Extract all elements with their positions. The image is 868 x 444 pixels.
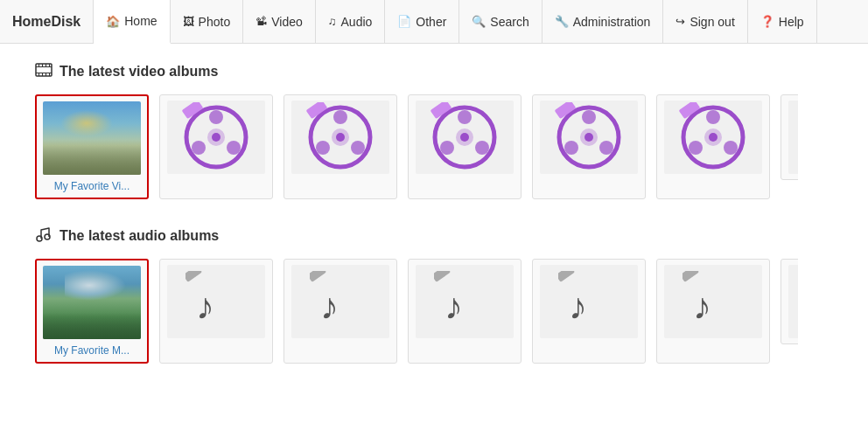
svg-rect-48 [186,271,202,282]
nav-audio[interactable]: ♫ Audio [316,0,386,43]
video-thumb-first [43,101,141,175]
brand-logo: HomeDisk [0,0,94,43]
main-content: The latest video albums My Favorite Vi..… [0,44,868,407]
note-thumb: ♪ [664,265,762,338]
svg-text:♪: ♪ [569,286,587,327]
audio-album-card[interactable]: ♪ [284,259,397,364]
svg-rect-50 [310,271,326,282]
video-album-card[interactable] [656,94,770,199]
audio-album-card[interactable]: ♪ [408,259,522,364]
svg-point-34 [584,133,593,142]
svg-point-27 [460,133,469,142]
music-icon [35,225,52,246]
svg-point-43 [724,141,738,155]
nav-other[interactable]: 📄 Other [385,0,459,43]
photo-icon: 🖼 [183,15,194,28]
svg-rect-7 [38,73,39,76]
svg-point-42 [706,110,720,124]
video-album-card[interactable]: My Favorite Vi... [35,94,149,199]
note-thumb: ♪ [416,265,514,338]
svg-rect-3 [38,64,39,66]
help-icon: ❓ [760,15,774,28]
video-album-card[interactable] [159,94,273,199]
audio-album-card[interactable]: ♪ [656,259,770,364]
svg-point-22 [351,141,365,155]
video-section: The latest video albums My Favorite Vi..… [35,61,833,199]
reel-thumb [540,101,638,174]
nav-video[interactable]: 📽 Video [243,0,316,43]
audio-section-title: The latest audio albums [35,225,833,246]
svg-rect-52 [434,271,451,282]
svg-rect-2 [36,73,52,73]
svg-point-44 [689,141,703,155]
video-icon: 📽 [256,15,267,28]
svg-rect-10 [49,73,50,76]
audio-album-label: My Favorite M... [42,344,142,357]
overflow-indicator [780,94,798,199]
svg-text:♪: ♪ [320,286,339,327]
note-thumb: ♪ [167,265,265,338]
video-album-card[interactable] [532,94,646,199]
nav-signout[interactable]: ↪ Sign out [663,0,747,43]
nav-home[interactable]: 🏠 Home [94,0,170,44]
svg-point-16 [192,141,206,155]
film-icon [35,61,52,82]
video-album-card[interactable] [408,94,522,199]
svg-point-37 [564,141,578,155]
svg-rect-9 [46,73,46,76]
svg-point-28 [458,110,472,124]
svg-rect-5 [46,64,46,66]
svg-point-36 [599,141,613,155]
audio-album-row: My Favorite M... ♪ ♪ [35,259,833,364]
svg-text:♪: ♪ [196,286,214,327]
signout-icon: ↪ [676,15,685,28]
svg-point-14 [209,110,223,124]
overflow-indicator [780,259,798,364]
svg-point-20 [336,133,345,142]
reel-thumb [416,101,514,174]
reel-thumb [291,101,389,174]
svg-rect-6 [49,64,50,66]
video-album-label: My Favorite Vi... [42,180,142,192]
note-thumb: ♪ [540,265,638,338]
nav-photo[interactable]: 🖼 Photo [171,0,244,43]
video-album-row: My Favorite Vi... [35,94,833,199]
wrench-icon: 🔧 [555,15,569,28]
audio-album-card[interactable]: ♪ [532,259,646,364]
svg-point-13 [212,133,220,142]
svg-rect-56 [682,271,699,282]
audio-thumb-first [43,266,141,339]
svg-rect-8 [42,73,43,76]
reel-thumb [167,101,265,174]
svg-text:♪: ♪ [444,286,463,327]
svg-rect-1 [36,66,52,67]
nav-search[interactable]: 🔍 Search [459,0,542,43]
note-thumb: ♪ [291,265,389,338]
svg-rect-4 [42,64,43,66]
main-nav: HomeDisk 🏠 Home 🖼 Photo 📽 Video ♫ Audio … [0,0,868,44]
svg-point-35 [582,110,596,124]
other-icon: 📄 [397,15,411,28]
svg-point-21 [333,110,347,124]
nav-help[interactable]: ❓ Help [748,0,817,43]
video-album-card[interactable] [284,94,397,199]
svg-point-23 [316,141,330,155]
svg-point-30 [440,141,454,155]
audio-album-card[interactable]: ♪ [159,259,273,364]
audio-album-card[interactable]: My Favorite M... [35,259,149,364]
svg-rect-54 [558,271,575,282]
reel-thumb [664,101,762,174]
search-icon: 🔍 [472,15,486,28]
home-icon: 🏠 [106,15,120,28]
svg-point-29 [475,141,489,155]
svg-point-15 [227,141,241,155]
audio-section: The latest audio albums My Favorite M...… [35,225,833,364]
nav-administration[interactable]: 🔧 Administration [542,0,664,43]
svg-point-41 [709,133,718,142]
video-section-title: The latest video albums [35,61,833,82]
audio-icon: ♫ [328,15,337,28]
svg-text:♪: ♪ [693,286,711,327]
